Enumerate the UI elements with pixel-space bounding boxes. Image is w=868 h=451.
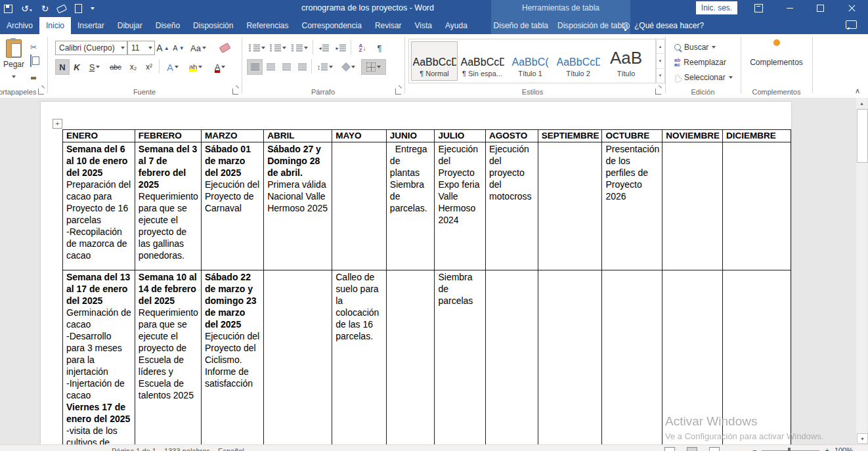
cut-button[interactable]: ✂	[30, 41, 37, 53]
style-item-3[interactable]: AaBbCcDTítulo 2	[555, 41, 601, 81]
tab-diseno-de-tabla[interactable]: Diseño de tabla	[489, 17, 553, 34]
undo-icon[interactable]: ↺	[21, 3, 33, 14]
format-painter-button[interactable]	[30, 71, 32, 83]
month-header-febrero[interactable]: FEBRERO	[135, 130, 201, 142]
tab-ayuda[interactable]: Ayuda	[439, 17, 474, 34]
table-cell[interactable]: Ejecución del Proyecto Expo feria Valle …	[435, 142, 486, 270]
change-case-button[interactable]: Aa	[188, 40, 209, 56]
tab-disposicion-de-tabla[interactable]: Disposición de tabla	[553, 17, 632, 34]
borders-button[interactable]	[361, 59, 386, 75]
table-cell[interactable]: Calleo de suelo para la colocación de la…	[332, 270, 387, 445]
tab-revisar[interactable]: Revisar	[368, 17, 408, 34]
tab-correspondencia[interactable]: Correspondencia	[295, 17, 368, 34]
paste-button[interactable]: Pegar	[0, 39, 28, 81]
close-button[interactable]	[840, 0, 863, 16]
tab-diseno[interactable]: Diseño	[149, 17, 186, 34]
read-mode-icon[interactable]	[664, 447, 675, 451]
decrease-indent-button[interactable]: ◂	[315, 40, 332, 56]
eraser-icon[interactable]	[56, 4, 67, 13]
italic-button[interactable]: K	[70, 59, 83, 75]
font-name-combo[interactable]: Calibri (Cuerpo)	[55, 41, 127, 55]
scrollbar-thumb[interactable]	[857, 109, 868, 163]
increase-indent-button[interactable]: ▸	[332, 40, 349, 56]
table-move-handle[interactable]: +	[53, 119, 62, 129]
style-item-1[interactable]: AaBbCcDc¶ Sin espa...	[459, 41, 506, 81]
zoom-slider-knob[interactable]	[788, 448, 791, 451]
font-dialog-launcher[interactable]	[232, 89, 238, 95]
sort-button[interactable]: AZ↓	[353, 40, 372, 56]
document-page[interactable]: + ENEROFEBREROMARZOABRILMAYOJUNIOJULIOAG…	[41, 102, 791, 444]
styles-scroll-down-icon[interactable]: ▼	[656, 54, 664, 68]
underline-button[interactable]: S	[84, 59, 105, 75]
vertical-scrollbar[interactable]: ▲ ▼	[856, 98, 867, 444]
table-cell[interactable]	[662, 270, 723, 445]
status-left-text[interactable]: Página 1 de 1 1333 palabras Español	[112, 447, 244, 451]
new-document-icon[interactable]	[75, 4, 82, 13]
subscript-button[interactable]: x₂	[125, 59, 141, 75]
table-cell[interactable]	[332, 142, 387, 270]
show-marks-button[interactable]: ¶	[372, 40, 387, 56]
tab-archivo[interactable]: Archivo	[0, 17, 39, 34]
line-spacing-button[interactable]: ↕	[314, 59, 336, 75]
zoom-in-button[interactable]: +	[825, 446, 829, 451]
align-left-button[interactable]	[247, 59, 263, 75]
table-cell[interactable]	[538, 270, 602, 445]
collapse-ribbon-icon[interactable]: ∧	[855, 87, 860, 95]
tell-me-box[interactable]: ¿Qué desea hacer?	[622, 17, 704, 34]
scroll-up-button[interactable]: ▲	[857, 98, 867, 108]
table-cell[interactable]: Semana del 3 al 7 de febrero del 2025Req…	[135, 142, 201, 270]
table-cell[interactable]	[538, 142, 602, 270]
zoom-percent-label[interactable]: 100%	[835, 446, 853, 451]
table-cell[interactable]	[722, 270, 791, 445]
style-item-0[interactable]: AaBbCcDc¶ Normal	[411, 41, 458, 81]
month-header-julio[interactable]: JULIO	[435, 130, 486, 142]
text-effects-button[interactable]: A	[162, 59, 183, 75]
table-cell[interactable]: Siembra de parcelas	[435, 270, 486, 445]
month-header-junio[interactable]: JUNIO	[386, 130, 435, 142]
align-center-button[interactable]	[263, 59, 278, 75]
sign-in-button[interactable]: Inic. ses.	[696, 1, 737, 14]
month-header-noviembre[interactable]: NOVIEMBRE	[662, 130, 723, 142]
replace-button[interactable]: abac Reemplazar	[674, 56, 726, 69]
style-item-4[interactable]: AaBTítulo	[603, 41, 649, 81]
superscript-button[interactable]: x²	[141, 59, 157, 75]
addins-button[interactable]: Complementos	[741, 39, 812, 67]
month-header-abril[interactable]: ABRIL	[264, 130, 332, 142]
table-cell[interactable]: Ejecución del proyecto del motocross	[486, 142, 538, 270]
month-header-mayo[interactable]: MAYO	[332, 130, 387, 142]
select-button[interactable]: Seleccionar	[674, 71, 733, 84]
month-header-diciembre[interactable]: DICIEMBRE	[722, 130, 791, 142]
tab-referencias[interactable]: Referencias	[240, 17, 295, 34]
copy-button[interactable]	[30, 55, 32, 67]
print-layout-icon[interactable]	[687, 447, 697, 451]
bold-button[interactable]: N	[55, 59, 70, 75]
numbering-button[interactable]	[268, 40, 288, 56]
styles-scroll-up-icon[interactable]: ▲	[656, 39, 664, 54]
zoom-slider[interactable]	[762, 450, 819, 451]
align-right-button[interactable]	[278, 59, 294, 75]
month-header-marzo[interactable]: MARZO	[201, 130, 263, 142]
table-cell[interactable]: Semana del 6 al 10 de enero del 2025Prep…	[63, 142, 135, 270]
table-cell[interactable]	[602, 270, 662, 445]
shading-button[interactable]	[337, 59, 360, 75]
zoom-out-button[interactable]: −	[752, 446, 756, 451]
table-cell[interactable]: Semana 10 al 14 de febrero del 2025Reque…	[135, 270, 201, 445]
tab-dibujar[interactable]: Dibujar	[111, 17, 149, 34]
table-cell[interactable]: Presentación de los perfiles de Proyecto…	[602, 142, 662, 270]
font-color-button[interactable]: A	[209, 59, 231, 75]
table-cell[interactable]	[722, 142, 791, 270]
customize-qat-icon[interactable]	[91, 7, 95, 10]
find-button[interactable]: Buscar	[674, 41, 716, 54]
justify-button[interactable]	[294, 59, 310, 75]
grow-font-button[interactable]: A▲	[155, 40, 171, 56]
minimize-button[interactable]	[779, 0, 801, 16]
table-cell[interactable]: Sábado 01 de marzo del 2025Ejecución del…	[201, 142, 263, 270]
tab-disposicion[interactable]: Disposición	[186, 17, 240, 34]
clear-formatting-button[interactable]	[215, 40, 234, 56]
ribbon-display-options-button[interactable]	[747, 0, 770, 16]
tab-insertar[interactable]: Insertar	[71, 17, 111, 34]
bullets-button[interactable]	[247, 40, 267, 56]
multilevel-list-button[interactable]	[289, 40, 310, 56]
comments-icon[interactable]	[846, 20, 857, 29]
table-cell[interactable]	[386, 270, 435, 445]
